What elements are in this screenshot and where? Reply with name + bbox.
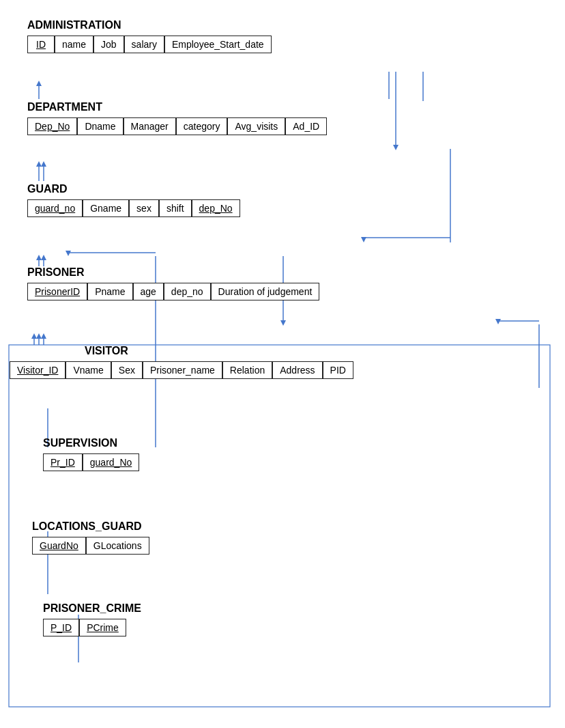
guard-title: GUARD — [27, 183, 240, 195]
administration-entity: ADMINISTRATION ID name Job salary Employ… — [27, 19, 272, 53]
supervision-field-guard-no: guard_No — [83, 453, 140, 471]
supervision-field-pr-id: Pr_ID — [43, 453, 83, 471]
locations-field-glocations: GLocations — [86, 537, 149, 555]
svg-marker-23 — [36, 333, 42, 339]
locations-guard-table: GuardNo GLocations — [32, 537, 149, 555]
administration-table: ID name Job salary Employee_Start_date — [27, 36, 272, 53]
department-table: Dep_No Dname Manager category Avg_visits… — [27, 117, 327, 135]
visitor-field-pid: PID — [323, 361, 353, 379]
svg-marker-11 — [361, 237, 366, 242]
svg-marker-7 — [36, 161, 42, 167]
svg-marker-32 — [495, 319, 501, 324]
visitor-field-id: Visitor_ID — [10, 361, 66, 379]
dept-field-dep-no: Dep_No — [27, 117, 77, 135]
prisoner-field-id: PrisonerID — [27, 283, 87, 300]
svg-marker-15 — [36, 255, 42, 260]
visitor-field-relation: Relation — [222, 361, 272, 379]
dept-field-dname: Dname — [77, 117, 123, 135]
locations-field-guard-no: GuardNo — [32, 537, 86, 555]
svg-marker-25 — [41, 333, 46, 339]
guard-field-dep-no: dep_No — [192, 199, 240, 217]
prisoner-field-age: age — [133, 283, 164, 300]
guard-field-shift: shift — [159, 199, 192, 217]
visitor-field-prisoner-name: Prisoner_name — [143, 361, 222, 379]
department-entity: DEPARTMENT Dep_No Dname Manager category… — [27, 101, 327, 135]
supervision-table: Pr_ID guard_No — [43, 453, 139, 471]
visitor-field-address: Address — [272, 361, 322, 379]
department-title: DEPARTMENT — [27, 101, 327, 113]
visitor-field-sex: Sex — [111, 361, 143, 379]
svg-marker-17 — [41, 255, 46, 260]
locations-guard-title: LOCATIONS_GUARD — [32, 520, 149, 533]
visitor-entity: VISITOR Visitor_ID Vname Sex Prisoner_na… — [10, 345, 353, 379]
diagram-container: ADMINISTRATION ID name Job salary Employ… — [0, 0, 565, 728]
guard-field-guard-no: guard_no — [27, 199, 83, 217]
prisoner-title: PRISONER — [27, 266, 319, 279]
crime-field-p-id: P_ID — [43, 619, 79, 636]
admin-field-start-date: Employee_Start_date — [164, 36, 272, 53]
administration-title: ADMINISTRATION — [27, 19, 272, 31]
svg-marker-9 — [41, 161, 46, 167]
admin-field-salary: salary — [124, 36, 164, 53]
prisoner-crime-table: P_ID PCrime — [43, 619, 141, 636]
prisoner-entity: PRISONER PrisonerID Pname age dep_no Dur… — [27, 266, 319, 300]
svg-marker-29 — [66, 251, 71, 256]
admin-field-id: ID — [27, 36, 55, 53]
prisoner-crime-entity: PRISONER_CRIME P_ID PCrime — [43, 602, 141, 636]
supervision-entity: SUPERVISION Pr_ID guard_No — [43, 437, 139, 471]
guard-field-sex: sex — [129, 199, 159, 217]
svg-marker-1 — [36, 81, 42, 86]
visitor-table: Visitor_ID Vname Sex Prisoner_name Relat… — [10, 361, 353, 379]
svg-marker-5 — [393, 145, 399, 150]
admin-field-name: name — [55, 36, 93, 53]
locations-guard-entity: LOCATIONS_GUARD GuardNo GLocations — [32, 520, 149, 555]
dept-field-avg-visits: Avg_visits — [227, 117, 285, 135]
guard-field-gname: Gname — [83, 199, 129, 217]
dept-field-category: category — [176, 117, 228, 135]
supervision-title: SUPERVISION — [43, 437, 139, 449]
visitor-field-vname: Vname — [66, 361, 111, 379]
guard-table: guard_no Gname sex shift dep_No — [27, 199, 240, 217]
prisoner-table: PrisonerID Pname age dep_no Duration of … — [27, 283, 319, 300]
prisoner-crime-title: PRISONER_CRIME — [43, 602, 141, 615]
visitor-title: VISITOR — [85, 345, 353, 357]
svg-marker-19 — [280, 320, 286, 326]
dept-field-manager: Manager — [124, 117, 176, 135]
prisoner-field-duration: Duration of judgement — [211, 283, 320, 300]
dept-field-ad-id: Ad_ID — [285, 117, 327, 135]
prisoner-field-pname: Pname — [87, 283, 132, 300]
admin-field-job: Job — [93, 36, 124, 53]
svg-marker-21 — [31, 333, 37, 339]
prisoner-field-dep-no: dep_no — [164, 283, 211, 300]
crime-field-pcrime: PCrime — [79, 619, 126, 636]
guard-entity: GUARD guard_no Gname sex shift dep_No — [27, 183, 240, 217]
